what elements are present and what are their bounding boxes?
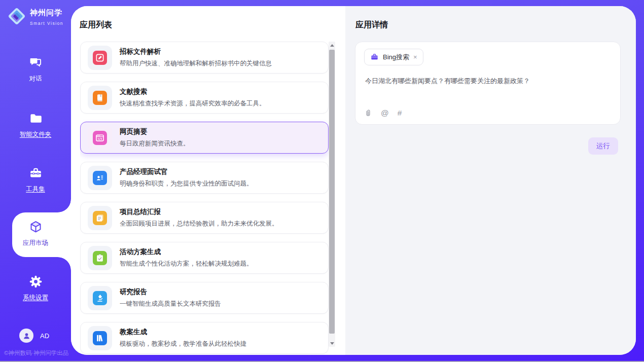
prompt-text-input[interactable]: 今日湖北有哪些新闻要点？有哪些需要关注的最新政策？ [365,77,612,86]
tool-tag-label: Bing搜索 [383,53,409,62]
app-detail-panel: 应用详情 Bing搜索 × 今日湖北有哪些新闻要点？有哪些需要关注的最新政策？ [345,6,636,355]
copyright-footer: ©神州数码·神州问学出品 [4,349,68,357]
sidebar: 神州问学 Smart Vision 对话 智能文件夹 [0,0,71,362]
app-icon-frame [88,46,112,70]
sidebar-item-label: 对话 [0,75,71,83]
app-card-desc: 每日政府新闻资讯快查。 [120,139,190,148]
app-detail-title: 应用详情 [355,20,388,30]
app-card-literature-search[interactable]: 文献搜索 快速精准查找学术资源，提高研究效率的必备工具。 [80,82,329,114]
app-card-bid-document-analysis[interactable]: 招标文件解析 帮助用户快速、准确地理解和解析招标书中的关键信息 [80,42,329,74]
app-card-research-report[interactable]: 研究报告 一键智能生成高质量长文本研究报告 [80,282,329,314]
app-icon-frame [88,326,112,350]
app-card-project-summary-report[interactable]: 项目总结汇报 全面回顾项目进展，总结经验教训，助力未来优化发展。 [80,202,329,234]
tool-tag-bing-search[interactable]: Bing搜索 × [364,49,423,65]
app-card-desc: 一键智能生成高质量长文本研究报告 [120,300,221,308]
chat-icon [29,56,43,69]
books-icon [93,331,107,345]
app-card-pm-interviewer[interactable]: 产品经理面试官 明确身份和职责，为您提供专业性的面试问题。 [80,162,329,194]
brand-logo: 神州问学 Smart Vision [7,7,71,28]
app-card-title: 活动方案生成 [120,247,253,257]
toolbox-icon [29,166,43,180]
app-card-list: 招标文件解析 帮助用户快速、准确地理解和解析招标书中的关键信息 文献搜索 [80,42,329,355]
app-card-desc: 帮助用户快速、准确地理解和解析招标书中的关键信息 [120,59,272,68]
sidebar-item-label: 应用市场 [0,239,71,247]
gem-logo-icon [7,7,26,28]
app-card-title: 网页摘要 [120,127,190,136]
app-card-desc: 全面回顾项目进展，总结经验教训，助力未来优化发展。 [120,220,278,228]
at-icon[interactable]: @ [381,108,389,118]
app-card-desc: 快速精准查找学术资源，提高研究效率的必备工具。 [120,99,266,108]
app-card-title: 项目总结汇报 [120,207,278,216]
edit-document-icon [93,51,107,65]
app-icon-frame [88,206,112,230]
sidebar-item-toolset[interactable]: 工具集 [0,166,71,194]
notes-icon [93,211,107,225]
scroll-down-icon[interactable] [329,340,335,347]
app-icon-frame [88,166,112,190]
app-card-title: 招标文件解析 [120,47,272,56]
user-initials: AD [40,332,49,340]
webpage-code-icon [93,131,107,145]
interviewer-icon [93,171,107,185]
clipboard-check-icon [93,251,107,265]
composer-toolbar: @ # [364,108,402,118]
run-button[interactable]: 运行 [588,137,618,155]
microscope-icon [93,291,107,305]
app-card-title: 文献搜索 [120,87,266,96]
app-card-desc: 明确身份和职责，为您提供专业性的面试问题。 [120,179,253,188]
scrollbar-thumb[interactable] [329,50,335,334]
app-card-title: 研究报告 [120,287,221,297]
app-list-panel: 应用列表 招标文件解析 帮助用户快速、准确地理解和解析招标书中的关键信息 [71,6,345,355]
app-card-desc: 模板驱动，教案秒成，教学准备从此轻松快捷 [120,340,246,348]
brand-subtitle: Smart Vision [30,21,63,26]
app-card-title: 教案生成 [120,328,246,337]
sidebar-item-chat[interactable]: 对话 [0,56,71,83]
app-card-event-plan-generation[interactable]: 活动方案生成 智能生成个性化活动方案，轻松解决规划难题。 [80,242,329,274]
avatar [19,329,33,343]
app-card-lesson-plan-generation[interactable]: 教案生成 模板驱动，教案秒成，教学准备从此轻松快捷 [80,322,329,354]
sidebar-item-label: 工具集 [0,185,71,194]
scroll-up-icon[interactable] [329,42,335,49]
app-card-web-summary[interactable]: 网页摘要 每日政府新闻资讯快查。 [80,122,329,154]
sidebar-item-settings[interactable]: 系统设置 [0,275,71,302]
list-scrollbar[interactable] [329,42,335,347]
book-icon [93,91,107,105]
user-account[interactable]: AD [19,329,49,343]
sidebar-item-app-market[interactable]: 应用市场 [0,220,71,247]
app-icon-frame [88,246,112,270]
app-card-desc: 智能生成个性化活动方案，轻松解决规划难题。 [120,260,253,268]
sidebar-item-label: 系统设置 [0,294,71,302]
briefcase-icon [370,53,379,61]
app-icon-frame [88,126,112,150]
folder-icon [29,112,43,125]
app-card-title: 产品经理面试官 [120,167,253,176]
sidebar-item-label: 智能文件夹 [0,130,71,139]
paperclip-icon[interactable] [364,109,372,118]
brand-name: 神州问学 [30,8,62,17]
main-content: 应用列表 招标文件解析 帮助用户快速、准确地理解和解析招标书中的关键信息 [71,6,636,355]
prompt-composer: Bing搜索 × 今日湖北有哪些新闻要点？有哪些需要关注的最新政策？ @ # [355,42,621,125]
cube-icon [29,220,43,234]
sidebar-item-smart-folder[interactable]: 智能文件夹 [0,112,71,139]
app-icon-frame [88,286,112,310]
gear-icon [29,275,43,288]
hash-icon[interactable]: # [398,108,402,118]
close-icon[interactable]: × [413,54,417,60]
app-icon-frame [88,86,112,110]
app-list-title: 应用列表 [80,20,112,30]
